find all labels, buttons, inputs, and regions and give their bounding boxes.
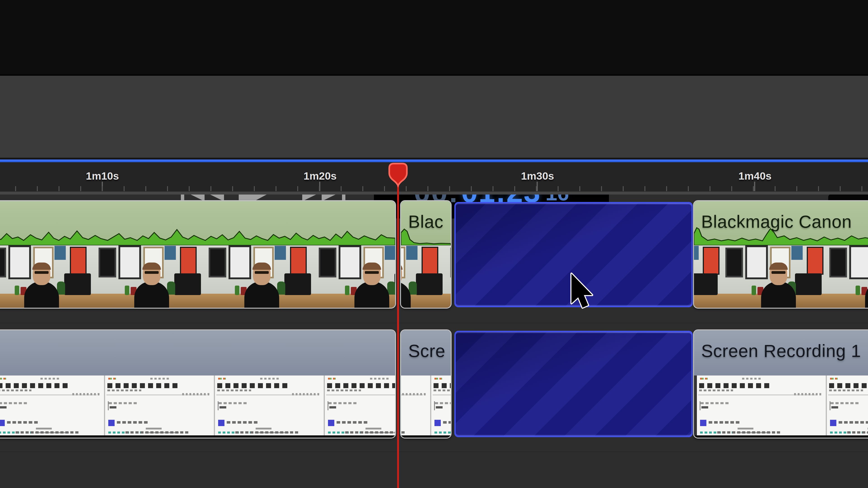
video-editor-timeline-window: 00: 01:23 16 1m10s 1m20s 1m30s 1m40s [0, 0, 868, 488]
video-thumbnail [317, 246, 395, 308]
video-thumbnail [207, 246, 317, 308]
clip-filmstrip [694, 246, 868, 308]
screen-thumbnail [215, 376, 325, 435]
pane-divider [0, 158, 868, 160]
clip-filmstrip [0, 246, 395, 308]
playhead-pin[interactable] [385, 162, 410, 188]
lane-divider [0, 323, 868, 323]
disabled-clip-overlay [456, 203, 691, 306]
ruler-label: 1m30s [521, 170, 554, 182]
transport-toolbar: 00: 01:23 16 [0, 76, 868, 158]
clip-bottom-shadow [694, 435, 868, 437]
screen-thumbnail [431, 376, 451, 435]
viewer-area [0, 0, 868, 76]
ruler-minor-ticks [0, 186, 868, 191]
screen-clip-1[interactable] [0, 329, 396, 438]
video-thumbnail [694, 246, 723, 308]
video-clip-2[interactable]: Blac [400, 200, 452, 308]
ruler-separator [0, 192, 868, 195]
ruler-label: 1m40s [739, 170, 772, 182]
screen-clip-2[interactable]: Scre [400, 329, 452, 438]
video-thumbnail [0, 246, 97, 308]
ruler-label: 1m10s [86, 170, 119, 182]
screen-clip-3-disabled[interactable] [454, 331, 693, 437]
screen-thumbnail [105, 376, 215, 435]
screen-thumbnail [827, 376, 868, 435]
video-thumbnail [828, 246, 868, 308]
clip-bottom-shadow [0, 435, 395, 437]
audio-waveform [0, 225, 395, 246]
video-thumbnail [401, 246, 448, 308]
video-thumbnail [723, 246, 828, 308]
video-clip-3-disabled[interactable] [454, 202, 693, 307]
clip-filmstrip [401, 376, 451, 435]
video-clip-4[interactable]: Blackmagic Canon [693, 200, 868, 308]
timeline-focus-indicator [0, 160, 868, 162]
ruler-label: 1m20s [304, 170, 337, 182]
video-thumbnail [448, 246, 451, 308]
screen-thumbnail [325, 376, 395, 435]
video-thumbnail [97, 246, 207, 308]
clip-name-label: Screen Recording 1 [701, 341, 861, 361]
disabled-clip-overlay [456, 332, 691, 436]
clip-name-label: Scre [408, 341, 445, 361]
lane-divider [0, 451, 868, 452]
screen-clip-4[interactable]: Screen Recording 1 [693, 329, 868, 438]
clip-filmstrip [401, 246, 451, 308]
clip-name-label: Blac [408, 212, 443, 232]
video-clip-1[interactable] [0, 200, 396, 308]
clip-name-label: Blackmagic Canon [701, 212, 852, 232]
screen-thumbnail [401, 376, 431, 435]
clip-filmstrip [694, 376, 868, 435]
clip-header [0, 330, 395, 376]
timeline-ruler[interactable]: 1m10s 1m20s 1m30s 1m40s [0, 162, 868, 192]
screen-thumbnail [0, 376, 105, 435]
clip-filmstrip [0, 376, 395, 435]
screen-thumbnail [697, 376, 827, 435]
playhead-line [397, 169, 399, 488]
clip-bottom-shadow [401, 435, 451, 437]
